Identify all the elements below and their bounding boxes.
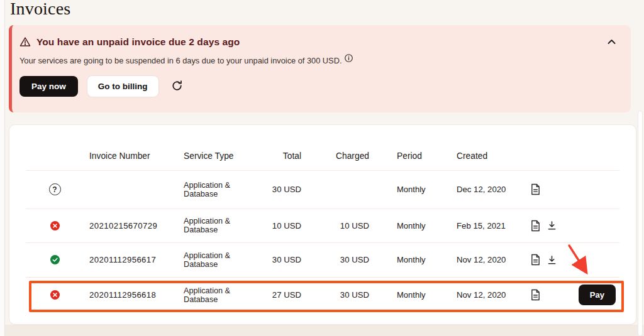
status-failed-icon [50,290,60,300]
header-period: Period [369,151,457,161]
created-date: Nov 12, 2020 [457,255,527,264]
status-failed-icon [50,221,60,230]
alert-title: You have an unpaid invoice due 2 days ag… [36,36,240,48]
charged-amount: 10 USD [301,221,369,230]
chevron-up-icon [608,37,616,46]
collapse-alert-button[interactable] [605,36,618,48]
charged-amount: 30 USD [301,255,369,264]
invoice-document-icon[interactable] [530,289,541,301]
charged-amount: 30 USD [301,290,369,300]
refresh-button[interactable] [170,79,184,95]
header-service-type: Service Type [184,151,260,161]
billing-period: Monthly [369,255,457,264]
invoice-document-icon[interactable] [530,183,541,195]
header-created: Created [457,151,527,161]
billing-period: Monthly [369,290,457,300]
total-amount: 27 USD [260,290,301,300]
download-invoice-icon[interactable] [547,255,557,265]
table-body: ? Application & Database 30 USD Monthly … [9,170,636,313]
unpaid-invoice-alert: You have an unpaid invoice due 2 days ag… [9,25,631,112]
header-invoice-number: Invoice Number [89,151,184,161]
service-type: Application & Database [184,286,260,304]
warning-triangle-icon [19,36,31,47]
invoices-page: Invoices You have an unpaid invoice due … [0,0,644,336]
total-amount: 30 USD [260,255,301,264]
go-to-billing-button[interactable]: Go to billing [87,76,158,97]
total-amount: 10 USD [260,221,301,230]
invoice-document-icon[interactable] [530,254,541,266]
total-amount: 30 USD [260,185,301,194]
pay-now-button[interactable]: Pay now [19,76,78,97]
created-date: Dec 12, 2020 [457,185,527,194]
scrollbar[interactable] [638,111,643,336]
table-row: ? Application & Database 30 USD Monthly … [9,170,636,209]
invoice-document-icon[interactable] [530,220,541,232]
alert-description-line: Your services are going to be suspended … [19,56,619,65]
invoices-table-card: Invoice Number Service Type Total Charge… [9,124,636,325]
panel-left-divider [0,0,5,336]
created-date: Feb 15, 2021 [457,221,527,230]
created-date: Nov 12, 2020 [457,290,527,300]
page-title: Invoices [10,0,70,19]
refresh-icon [171,80,183,94]
billing-period: Monthly [369,185,457,194]
page-bottom-strip [0,325,644,336]
invoice-number: 20201112956618 [89,290,184,300]
table-header-row: Invoice Number Service Type Total Charge… [9,125,636,170]
service-type: Application & Database [184,181,260,198]
table-row: ? 20201112956617 Application & Database … [9,242,636,277]
alert-description: Your services are going to be suspended … [19,56,341,65]
invoice-number: 20210215670729 [89,221,184,230]
service-type: Application & Database [184,217,260,234]
info-icon[interactable] [345,54,353,62]
pay-invoice-button[interactable]: Pay [579,285,616,305]
status-paid-icon [50,255,60,264]
billing-period: Monthly [369,221,457,230]
table-row: ? 20210215670729 Application & Database … [9,209,636,242]
status-unknown-icon[interactable]: ? [49,183,61,195]
invoice-number: 20201112956617 [89,255,184,264]
service-type: Application & Database [184,251,260,269]
header-total: Total [260,151,301,161]
header-charged: Charged [301,151,369,161]
download-invoice-icon[interactable] [547,220,557,230]
table-row: ? 20201112956618 Application & Database … [9,277,636,313]
